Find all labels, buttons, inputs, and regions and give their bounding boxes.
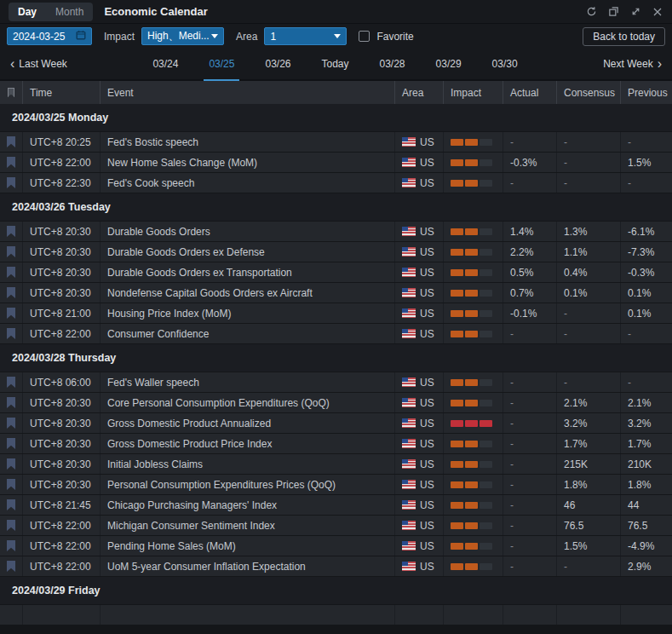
bookmark-icon[interactable] [7, 418, 15, 429]
time-cell: UTC+8 22:00 [22, 153, 100, 172]
next-week-button[interactable]: Next Week › [603, 49, 662, 79]
consensus-cell: 0.4% [556, 262, 620, 282]
table-row[interactable]: UTC+8 22:00New Home Sales Change (MoM)US… [0, 153, 672, 173]
impact-bar-segment [465, 502, 478, 509]
tab-day[interactable]: Day [9, 3, 46, 21]
weeknav-day-03-26[interactable]: 03/26 [260, 49, 296, 79]
us-flag-icon [402, 137, 416, 147]
weeknav-day-03-28[interactable]: 03/28 [375, 49, 411, 79]
table-row[interactable]: UTC+8 20:30Core Personal Consumption Exp… [0, 393, 672, 413]
table-row[interactable]: UTC+8 22:00Pending Home Sales (MoM)US-1.… [0, 536, 672, 556]
bookmark-icon[interactable] [7, 328, 15, 339]
event-cell: Fed's Bostic speech [100, 132, 394, 152]
bookmark-icon[interactable] [7, 136, 15, 147]
date-picker-value: 2024-03-25 [13, 31, 65, 43]
favorite-label: Favorite [376, 31, 413, 43]
previous-cell: - [620, 173, 672, 193]
bookmark-icon[interactable] [7, 520, 15, 531]
bookmark-icon[interactable] [7, 540, 15, 551]
table-row[interactable]: UTC+8 20:25Fed's Bostic speechUS--- [0, 132, 672, 153]
impact-bar-segment [480, 502, 492, 509]
consensus-cell: - [556, 303, 620, 323]
impact-bar-segment [465, 543, 478, 550]
table-row[interactable]: UTC+8 21:45Chicago Purchasing Managers' … [0, 495, 672, 516]
us-flag-icon [402, 459, 416, 469]
bookmark-icon[interactable] [7, 246, 15, 257]
weeknav-day-03-30[interactable]: 03/30 [487, 49, 523, 79]
consensus-cell: - [556, 556, 620, 576]
table-row[interactable]: UTC+8 22:30Fed's Cook speechUS--- [0, 173, 672, 193]
impact-cell [443, 242, 503, 262]
table-row[interactable]: UTC+8 20:30Gross Domestic Product Price … [0, 434, 672, 454]
popout-icon[interactable] [607, 6, 619, 18]
table-row[interactable]: UTC+8 06:00Fed's Waller speechUS--- [0, 372, 672, 393]
bookmark-icon[interactable] [7, 561, 15, 572]
column-header-actual: Actual [503, 81, 556, 104]
bookmark-cell [0, 173, 22, 193]
impact-bars [451, 502, 492, 509]
impact-bar-segment [451, 180, 463, 187]
impact-bars [451, 441, 492, 447]
bookmark-icon[interactable] [7, 177, 15, 188]
table-row[interactable]: UTC+8 20:30Personal Consumption Expendit… [0, 475, 672, 495]
tab-month[interactable]: Month [46, 3, 93, 21]
refresh-icon[interactable] [585, 6, 597, 18]
bookmark-icon[interactable] [7, 267, 15, 278]
bookmark-icon[interactable] [7, 479, 15, 490]
bookmark-icon[interactable] [7, 499, 15, 510]
impact-bar-segment [465, 522, 478, 529]
table-header: Time Event Area Impact Actual Consensus … [0, 81, 672, 104]
table-row[interactable]: UTC+8 20:30Durable Goods Orders ex Trans… [0, 262, 672, 283]
previous-cell: 2.9% [620, 556, 672, 576]
table-row[interactable]: UTC+8 22:00Michigan Consumer Sentiment I… [0, 516, 672, 536]
bookmark-icon[interactable] [7, 438, 15, 449]
impact-bar-segment [451, 522, 463, 529]
time-cell: UTC+8 21:45 [22, 495, 100, 515]
impact-bar-segment [465, 331, 478, 337]
favorite-checkbox[interactable] [359, 31, 370, 42]
event-cell: Gross Domestic Product Annualized [100, 413, 394, 433]
chevron-left-icon: ‹ [10, 57, 14, 71]
last-week-button[interactable]: ‹ Last Week [10, 49, 67, 79]
weeknav-day-today[interactable]: Today [316, 49, 353, 79]
bookmark-icon[interactable] [7, 397, 15, 408]
bookmark-icon[interactable] [7, 287, 15, 298]
consensus-cell: 1.1% [556, 242, 620, 262]
table-row[interactable]: UTC+8 22:00Consumer ConfidenceUS--- [0, 324, 672, 344]
table-row[interactable]: UTC+8 20:30Initial Jobless ClaimsUS-215K… [0, 454, 672, 475]
time-cell: UTC+8 20:25 [22, 132, 100, 152]
date-picker[interactable]: 2024-03-25 [7, 27, 92, 45]
weeknav-day-03-29[interactable]: 03/29 [431, 49, 467, 79]
impact-dropdown[interactable]: High、Medi... [141, 27, 224, 45]
back-to-today-button[interactable]: Back to today [583, 27, 665, 46]
bookmark-icon[interactable] [7, 157, 15, 168]
area-cell: US [394, 173, 443, 193]
bookmark-cell [0, 516, 22, 535]
area-label: US [420, 397, 434, 409]
table-row[interactable]: UTC+8 22:00UoM 5-year Consumer Inflation… [0, 556, 672, 577]
area-dropdown[interactable]: 1 [264, 27, 347, 45]
impact-bar-segment [480, 139, 492, 146]
table-row[interactable]: UTC+8 21:00Housing Price Index (MoM)US-0… [0, 303, 672, 324]
impact-cell [443, 393, 503, 412]
table-row[interactable]: UTC+8 20:30Nondefense Capital Goods Orde… [0, 283, 672, 303]
table-row[interactable]: UTC+8 20:30Durable Goods OrdersUS1.4%1.3… [0, 222, 672, 242]
table-row[interactable]: UTC+8 20:30Gross Domestic Product Annual… [0, 413, 672, 434]
impact-cell [443, 475, 503, 494]
table-row[interactable] [0, 605, 672, 625]
bookmark-icon[interactable] [7, 377, 15, 388]
close-icon[interactable] [652, 6, 663, 18]
impact-bars [451, 379, 492, 386]
table-row[interactable]: UTC+8 20:30Durable Goods Orders ex Defen… [0, 242, 672, 262]
bookmark-icon[interactable] [7, 308, 15, 319]
bookmark-icon[interactable] [7, 226, 15, 237]
weeknav-day-03-24[interactable]: 03/24 [147, 49, 183, 79]
window-controls [585, 6, 663, 18]
weeknav-day-03-25[interactable]: 03/25 [204, 49, 239, 79]
bookmark-cell [0, 283, 22, 303]
expand-icon[interactable] [629, 6, 641, 18]
previous-cell: 1.7% [620, 434, 672, 453]
impact-cell [443, 516, 503, 535]
us-flag-icon [402, 418, 416, 428]
bookmark-icon[interactable] [7, 458, 15, 470]
